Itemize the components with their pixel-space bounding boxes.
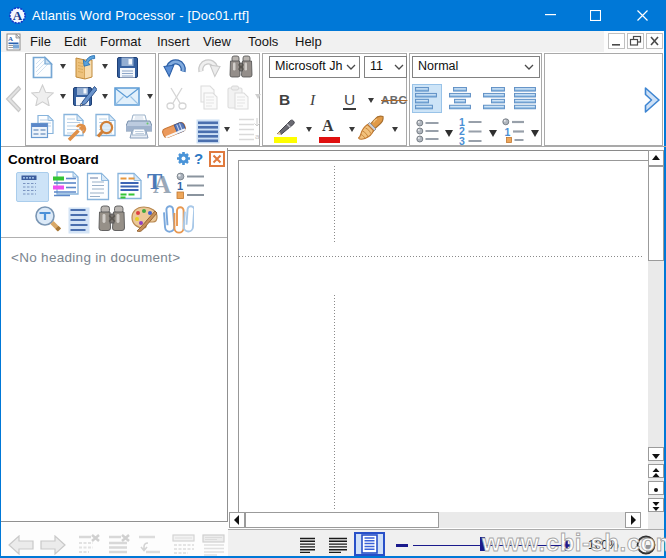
svg-text:1: 1 xyxy=(505,126,511,138)
svg-text:1: 1 xyxy=(177,180,183,192)
svg-text:A: A xyxy=(8,35,13,43)
svg-text:3: 3 xyxy=(459,135,465,146)
svg-text:a: a xyxy=(255,132,260,141)
svg-text:A: A xyxy=(13,8,23,23)
